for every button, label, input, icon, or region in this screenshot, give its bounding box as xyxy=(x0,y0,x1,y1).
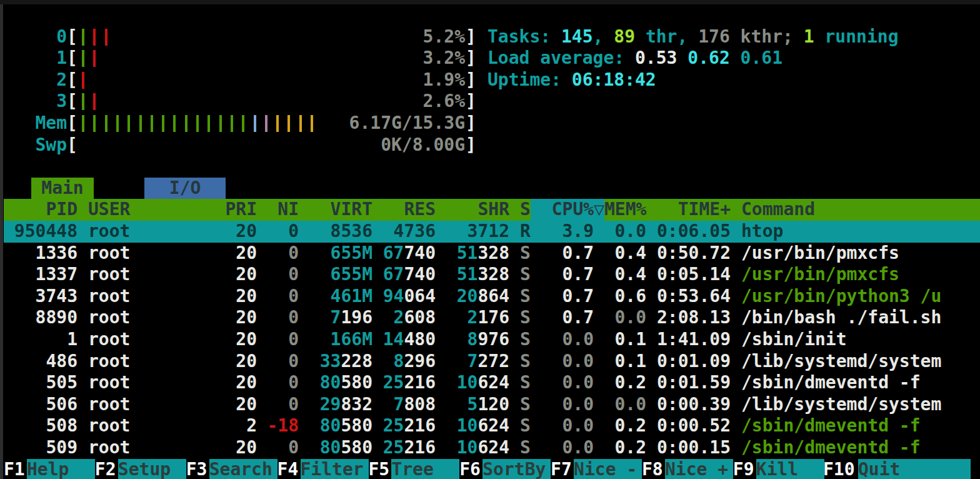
meter-bar-green xyxy=(231,115,233,132)
cell-res: 25216 xyxy=(372,415,436,437)
cell-ni-text: 0 xyxy=(288,307,299,328)
cell-res: 67740 xyxy=(372,243,436,265)
header-cpu-sorted[interactable]: CPU%▽ xyxy=(531,199,604,221)
cell-pri-text: 20 xyxy=(236,243,257,263)
cell-shr-text: 51 xyxy=(457,264,478,285)
cell-cmd: /sbin/dmeventd -f xyxy=(741,415,980,437)
cell-s-text: S xyxy=(520,437,531,458)
fkey-f6[interactable]: F6 xyxy=(459,459,482,479)
meter-bar-red xyxy=(93,93,96,110)
header-pid[interactable]: PID xyxy=(4,199,78,221)
meter-bar-red xyxy=(82,72,84,89)
fkey-f5[interactable]: F5 xyxy=(368,459,391,479)
cell-cpu-text: 0.0 xyxy=(562,415,594,436)
cell-s-text: S xyxy=(520,351,531,371)
cell-virt: 80580 xyxy=(299,415,372,437)
tab-main[interactable]: Main xyxy=(31,178,94,199)
meter-value: 5.2% xyxy=(279,26,465,48)
process-row[interactable]: 8890root200719626082176S0.70.02:08.13/bi… xyxy=(4,307,980,329)
fkey-f10[interactable]: F10 xyxy=(823,459,858,479)
meter-bar-green xyxy=(196,115,199,132)
fkey-f2[interactable]: F2 xyxy=(95,459,118,479)
cell-pri-text: 20 xyxy=(236,394,257,415)
process-row[interactable]: 509root200805802521610624S0.00.20:00.15/… xyxy=(4,437,980,459)
process-row[interactable]: 486root2003322882967272S0.00.10:01.09/li… xyxy=(4,351,980,373)
process-row[interactable]: 1336root200655M6774051328S0.70.40:50.72/… xyxy=(4,243,980,265)
fkey-label-quit[interactable]: Quit xyxy=(858,459,971,479)
cell-virt-text: 7 xyxy=(331,307,341,328)
tasks-line-segment: ; xyxy=(782,26,804,47)
cell-ni: 0 xyxy=(257,351,299,373)
fkey-label-help[interactable]: Help xyxy=(27,459,95,479)
process-row[interactable]: 3743root200461M9406420864S0.70.60:53.64/… xyxy=(4,286,980,308)
header-pri[interactable]: PRI xyxy=(183,199,257,221)
header-ni[interactable]: NI xyxy=(257,199,299,221)
cell-s-text: R xyxy=(520,221,531,241)
header-command[interactable]: Command xyxy=(741,199,980,221)
fkey-label-sortby[interactable]: SortBy xyxy=(482,459,551,479)
cell-res-text: 064 xyxy=(404,286,436,306)
cell-shr-text: 2 xyxy=(468,307,478,328)
cell-shr-text: 176 xyxy=(478,307,509,328)
header-user[interactable]: USER xyxy=(88,199,188,221)
meter-value: 1.9% xyxy=(279,69,465,91)
cell-cpu: 0.0 xyxy=(531,372,594,394)
meter-bar-green xyxy=(151,115,153,132)
cell-pid-text: 508 xyxy=(46,415,78,436)
fkey-f9[interactable]: F9 xyxy=(733,459,756,479)
fkey-label-nice[interactable]: Nice + xyxy=(665,459,733,479)
fkey-f7[interactable]: F7 xyxy=(551,459,574,479)
cell-mem: 0.4 xyxy=(604,243,646,265)
cell-pid-text: 3743 xyxy=(36,286,78,306)
cell-ni: 0 xyxy=(257,221,299,243)
cell-cmd-text: /lib/systemd/system xyxy=(741,351,941,371)
cell-mem: 0.0 xyxy=(604,394,646,416)
fkey-label-filter[interactable]: Filter xyxy=(301,459,369,479)
fkey-label-tree[interactable]: Tree xyxy=(391,459,459,479)
fkey-f8[interactable]: F8 xyxy=(642,459,665,479)
process-row[interactable]: 508root2-18805802521610624S0.00.20:00.52… xyxy=(4,415,980,437)
fkey-f4[interactable]: F4 xyxy=(278,459,301,479)
header-res[interactable]: RES xyxy=(372,199,436,221)
header-mem[interactable]: MEM% xyxy=(604,199,646,221)
process-row[interactable]: 1root200166M144808976S0.00.11:41.09/sbin… xyxy=(4,329,980,351)
cell-pri-text: 20 xyxy=(236,307,257,328)
meter-value: 3.2% xyxy=(279,48,465,69)
meter-bar-green xyxy=(82,93,84,110)
fkey-f3[interactable]: F3 xyxy=(186,459,209,479)
cell-cpu-text: 0.7 xyxy=(562,286,594,306)
tab-io[interactable]: I/O xyxy=(144,178,226,199)
cell-shr-text: 20 xyxy=(457,286,478,306)
cell-shr-text: 976 xyxy=(478,329,509,350)
fkey-label-setup[interactable]: Setup xyxy=(118,459,186,479)
header-virt[interactable]: VIRT xyxy=(299,199,372,221)
cell-s-text: S xyxy=(520,372,531,393)
cell-virt-text: 33 xyxy=(320,351,341,371)
process-row[interactable]: 950448root200853647363712R3.90.00:06.05h… xyxy=(4,221,980,243)
header-time[interactable]: TIME+ xyxy=(657,199,731,221)
cell-res: 25216 xyxy=(372,437,436,459)
fkey-label-kill[interactable]: Kill xyxy=(756,459,824,479)
cell-pri: 20 xyxy=(183,372,257,394)
cell-virt-text: 80 xyxy=(320,372,341,393)
cell-user: root xyxy=(88,264,188,286)
tasks-line-segment: Tasks: xyxy=(488,26,561,47)
fkey-label-search[interactable]: Search xyxy=(209,459,278,479)
fkey-label-nice[interactable]: Nice - xyxy=(574,459,642,479)
meter-0: 0[5.2%] xyxy=(4,26,491,48)
cell-pri-text: 20 xyxy=(236,437,257,458)
process-row[interactable]: 505root200805802521610624S0.00.20:01.59/… xyxy=(4,372,980,394)
header-shr[interactable]: SHR xyxy=(436,199,509,221)
terminal-content: 0[5.2%]1[3.2%]2[1.9%]3[2.6%]Mem[6.17G/15… xyxy=(4,4,980,479)
fkey-f1[interactable]: F1 xyxy=(4,459,27,479)
cell-pri: 20 xyxy=(183,329,257,351)
meter-close-bracket: ] xyxy=(466,134,476,156)
process-row[interactable]: 506root2002983278085120S0.00.00:00.39/li… xyxy=(4,394,980,416)
meter-open-bracket: [ xyxy=(67,91,78,113)
process-row[interactable]: 1337root200655M6774051328S0.70.40:05.14/… xyxy=(4,264,980,286)
cell-ni: 0 xyxy=(257,264,299,286)
load-average-line-segment: Load average: xyxy=(488,48,635,68)
cell-time: 2:08.13 xyxy=(657,307,731,329)
cell-user-text: root xyxy=(88,329,130,350)
cell-pid-text: 1337 xyxy=(36,264,78,285)
